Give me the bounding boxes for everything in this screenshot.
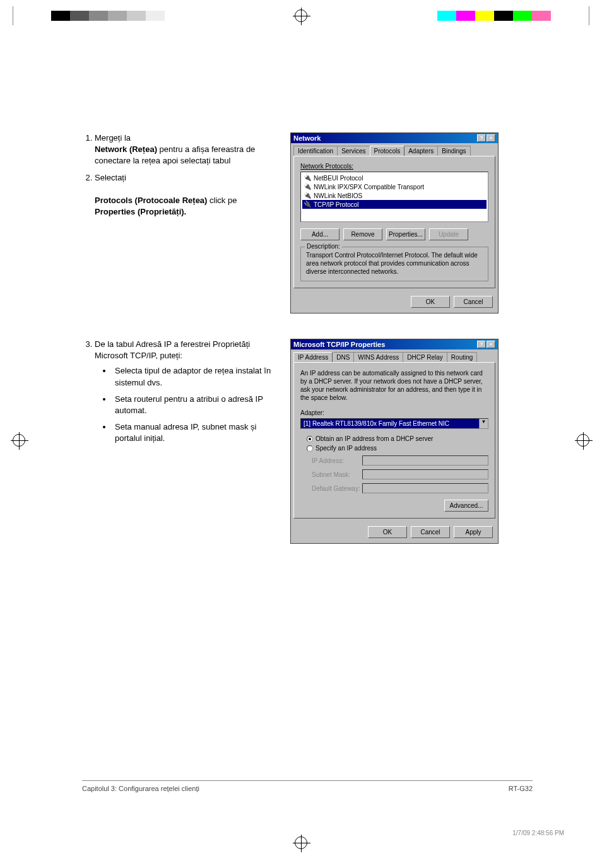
step-1: Mergeți la Network (Rețea) pentru a afiș… <box>95 132 271 167</box>
footer-model: RT-G32 <box>509 785 533 792</box>
adapter-dropdown[interactable]: [1] Realtek RTL8139/810x Family Fast Eth… <box>300 418 488 429</box>
registration-mark-icon <box>295 836 307 849</box>
list-item[interactable]: 🔌NetBEUI Protocol <box>302 173 487 182</box>
radio-specify[interactable]: Specify an IP address <box>307 445 488 452</box>
tab-wins[interactable]: WINS Address <box>353 352 403 362</box>
footer-chapter: Capitolul 3: Configurarea rețelei clienț… <box>82 785 199 792</box>
add-button[interactable]: Add... <box>300 228 339 240</box>
step2-bold2: Properties (Proprietăți). <box>95 207 186 216</box>
protocol-icon: 🔌 <box>304 192 311 199</box>
step1-bold: Network (Rețea) <box>95 144 157 154</box>
step3-bullet: Seta manual adresa IP, subnet mask și po… <box>112 421 271 444</box>
description-text: Transport Control Protocol/Internet Prot… <box>306 251 483 276</box>
close-icon[interactable]: × <box>487 341 495 348</box>
adapter-label: Adapter: <box>300 409 488 416</box>
adapter-value: [1] Realtek RTL8139/810x Family Fast Eth… <box>301 419 479 428</box>
default-gateway-label: Default Gateway: <box>312 485 362 492</box>
description-label: Description: <box>305 243 342 250</box>
step2-bold1: Protocols (Protocoale Rețea) <box>95 196 207 205</box>
ip-address-label: IP Address: <box>312 457 362 464</box>
tab-routing[interactable]: Routing <box>447 352 477 362</box>
apply-button[interactable]: Apply <box>454 526 493 538</box>
pdf-timestamp: 1/7/09 2:48:56 PM <box>512 830 564 836</box>
subnet-mask-input <box>362 469 488 479</box>
dialog1-title: Network <box>293 134 321 142</box>
tab-dns[interactable]: DNS <box>332 352 354 362</box>
radio-specify-label: Specify an IP address <box>316 445 377 452</box>
radio-dhcp-label: Obtain an IP address from a DHCP server <box>316 435 433 442</box>
properties-button[interactable]: Properties... <box>386 228 425 240</box>
list-item[interactable]: 🔌NWLink NetBIOS <box>302 191 487 200</box>
dialog2-title: Microsoft TCP/IP Properties <box>293 341 385 348</box>
close-icon[interactable]: × <box>487 134 495 142</box>
protocol-icon: 🔌 <box>304 183 311 191</box>
tab-dhcp-relay[interactable]: DHCP Relay <box>403 352 447 362</box>
tab-protocols[interactable]: Protocols <box>370 146 405 156</box>
help-icon[interactable]: ? <box>477 341 486 348</box>
protocol-icon: 🔌 <box>304 174 311 182</box>
step-2: Selectați Protocols (Protocoale Rețea) c… <box>95 172 271 218</box>
subnet-mask-label: Subnet Mask: <box>312 471 362 478</box>
tab-ip-address[interactable]: IP Address <box>293 352 333 362</box>
chevron-down-icon[interactable]: ▼ <box>479 419 488 428</box>
radio-dhcp[interactable]: Obtain an IP address from a DHCP server <box>307 435 488 442</box>
instruction-row-1: Mergeți la Network (Rețea) pentru a afiș… <box>82 132 533 314</box>
default-gateway-input <box>362 483 488 493</box>
tab-services[interactable]: Services <box>337 146 370 156</box>
advanced-button[interactable]: Advanced... <box>444 500 488 512</box>
ok-button[interactable]: OK <box>368 526 407 538</box>
step-3: De la tabul Adresă IP a ferestrei Propri… <box>95 339 271 445</box>
tcpip-properties-dialog: Microsoft TCP/IP Properties ? × IP Addre… <box>290 339 499 544</box>
radio-icon <box>307 445 313 452</box>
step2-lead: Selectați <box>95 173 126 182</box>
step2-text: click pe <box>210 196 237 205</box>
list-item-selected[interactable]: 🔌TCP/IP Protocol <box>302 200 487 209</box>
step3-bullet: Seta routerul pentru a atribui o adresă … <box>112 394 271 416</box>
tab-identification[interactable]: Identification <box>293 146 338 156</box>
radio-icon <box>307 436 313 442</box>
instruction-row-2: De la tabul Adresă IP a ferestrei Propri… <box>82 339 533 544</box>
network-dialog: Network ? × Identification Services Prot… <box>290 132 499 314</box>
help-icon[interactable]: ? <box>477 134 486 142</box>
tab-bindings[interactable]: Bindings <box>437 146 470 156</box>
step3-lead: De la tabul Adresă IP a ferestrei Propri… <box>95 339 250 360</box>
step3-bullet: Selecta tipul de adaptor de rețea instal… <box>112 365 271 388</box>
cancel-button[interactable]: Cancel <box>454 296 493 308</box>
protocols-listbox[interactable]: 🔌NetBEUI Protocol 🔌NWLink IPX/SPX Compat… <box>300 172 488 222</box>
info-text: An IP address can be automatically assig… <box>300 369 488 402</box>
description-groupbox: Description: Transport Control Protocol/… <box>300 247 488 281</box>
remove-button[interactable]: Remove <box>343 228 382 240</box>
protocol-icon: 🔌 <box>304 201 311 208</box>
list-item[interactable]: 🔌NWLink IPX/SPX Compatible Transport <box>302 182 487 191</box>
cancel-button[interactable]: Cancel <box>411 526 450 538</box>
tab-adapters[interactable]: Adapters <box>404 146 438 156</box>
page-footer: Capitolul 3: Configurarea rețelei clienț… <box>82 780 533 792</box>
step1-lead: Mergeți la <box>95 133 131 143</box>
network-protocols-label: Network Protocols: <box>300 163 488 170</box>
ip-address-input <box>362 455 488 466</box>
update-button: Update <box>429 228 468 240</box>
ok-button[interactable]: OK <box>411 296 450 308</box>
